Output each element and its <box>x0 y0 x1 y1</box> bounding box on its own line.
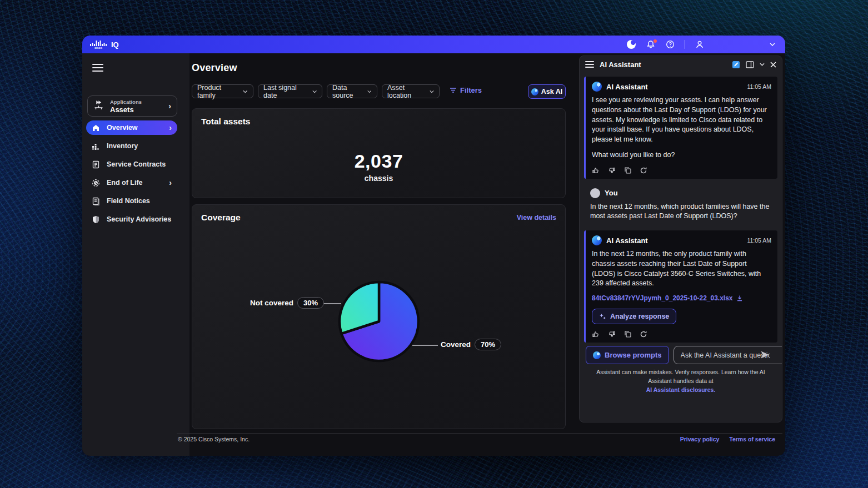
panel-layout-icon[interactable] <box>746 61 754 68</box>
copy-icon[interactable] <box>624 167 631 174</box>
ai-assistant-topbar-icon[interactable] <box>626 39 636 49</box>
analyze-response-button[interactable]: Analyze response <box>592 309 676 324</box>
chevron-down-icon <box>430 90 434 93</box>
filter-label: Product family <box>197 84 239 99</box>
chevron-right-icon: › <box>169 179 172 187</box>
clock-icon <box>92 179 100 187</box>
send-icon[interactable] <box>760 350 770 361</box>
sidebar-item-label: Field Notices <box>107 197 172 205</box>
app-switcher-assets[interactable]: Applications Assets › <box>87 95 177 117</box>
filter-last-signal-date[interactable]: Last signal date <box>258 84 322 98</box>
callout-line <box>412 345 438 346</box>
regenerate-icon[interactable] <box>640 167 647 174</box>
top-bar: cisco IQ <box>82 36 785 53</box>
attachment-link[interactable]: 84tCv83847rYVJpymh_0_2025-10-22_03.xlsx <box>592 294 771 302</box>
footer-divider <box>177 433 782 434</box>
assistant-disclaimer: Assistant can make mistakes. Verify resp… <box>584 368 777 394</box>
disclosures-link[interactable]: AI Assistant disclosures. <box>646 386 716 393</box>
sidebar-menu-icon[interactable] <box>92 64 103 72</box>
help-icon[interactable] <box>665 39 675 49</box>
close-icon[interactable] <box>770 62 776 68</box>
sidebar-item-overview[interactable]: Overview › <box>86 120 177 135</box>
coverage-title: Coverage <box>201 213 241 223</box>
window-caret-icon[interactable] <box>767 39 777 49</box>
browse-prompts-button[interactable]: Browse prompts <box>586 346 669 364</box>
sidebar-item-label: End of Life <box>107 179 162 187</box>
privacy-policy-link[interactable]: Privacy policy <box>680 436 720 442</box>
thumbs-down-icon[interactable] <box>608 330 616 338</box>
assets-app-icon <box>93 100 104 112</box>
cisco-logo: cisco <box>90 40 107 49</box>
sidebar: Applications Assets › Overview › Invento… <box>82 53 189 456</box>
sidebar-item-label: Inventory <box>107 142 172 150</box>
cisco-logo-bars: cisco <box>90 40 107 49</box>
sidebar-item-service-contracts[interactable]: Service Contracts <box>86 157 177 172</box>
message-timestamp: 11:05 AM <box>747 237 771 244</box>
coverage-card: Coverage View details Not covered 30% Co… <box>192 204 566 429</box>
total-assets-unit: chassis <box>192 174 565 183</box>
app-switcher-label: Assets <box>110 105 163 114</box>
panel-caret-icon[interactable] <box>760 63 765 66</box>
filter-label: Asset location <box>387 84 426 99</box>
total-assets-value: 2,037 <box>192 150 565 172</box>
filter-label: Last signal date <box>263 84 308 99</box>
attachment-name: 84tCv83847rYVJpymh_0_2025-10-22_03.xlsx <box>592 294 733 302</box>
thumbs-up-icon[interactable] <box>592 330 600 338</box>
sidebar-item-field-notices[interactable]: Field Notices <box>86 194 177 208</box>
message-sender: You <box>605 189 771 197</box>
inventory-icon <box>92 142 100 150</box>
message-text: In the next 12 months, the only product … <box>592 249 771 289</box>
app-window: cisco IQ <box>82 36 785 456</box>
notifications-bell-icon[interactable] <box>646 39 656 49</box>
topbar-divider <box>685 40 685 49</box>
pie-pct-badge: 70% <box>475 339 501 350</box>
thumbs-up-icon[interactable] <box>592 167 600 174</box>
sidebar-item-label: Overview <box>107 124 162 132</box>
new-chat-icon[interactable] <box>732 61 740 69</box>
pie-label-not-covered: Not covered 30% <box>250 297 324 309</box>
message-timestamp: 11:05 AM <box>747 83 771 90</box>
pie-label-text: Covered <box>441 340 471 349</box>
regenerate-icon[interactable] <box>640 330 647 338</box>
sidebar-item-security-advisories[interactable]: Security Advisories <box>86 212 177 227</box>
chevron-down-icon <box>312 90 317 93</box>
ai-sphere-icon <box>593 351 601 359</box>
browse-prompts-label: Browse prompts <box>605 351 662 359</box>
filter-asset-location[interactable]: Asset location <box>382 84 440 98</box>
chevron-right-icon: › <box>168 102 171 110</box>
svg-text:cisco: cisco <box>94 46 103 49</box>
profile-icon[interactable] <box>695 39 705 49</box>
sidebar-item-label: Service Contracts <box>107 160 172 168</box>
assistant-message: AI Assistant 11:05 AM I see you are revi… <box>584 77 777 179</box>
ai-sparkle-icon <box>599 313 606 320</box>
terms-of-service-link[interactable]: Terms of service <box>729 436 775 442</box>
ai-avatar <box>592 82 602 92</box>
home-icon <box>92 124 100 132</box>
sidebar-item-inventory[interactable]: Inventory <box>86 139 177 153</box>
pie-label-text: Not covered <box>250 299 293 307</box>
assistant-input-row: Browse prompts <box>586 346 775 364</box>
ai-avatar <box>592 235 602 245</box>
ai-sphere-icon <box>627 40 636 49</box>
assistant-menu-icon[interactable] <box>585 61 594 68</box>
copy-icon[interactable] <box>624 330 631 338</box>
filter-lines-icon <box>450 87 457 93</box>
filter-label: Data source <box>332 84 363 99</box>
message-sender: AI Assistant <box>606 83 742 91</box>
message-text: I see you are reviewing your assets. I c… <box>592 95 771 145</box>
ask-ai-button[interactable]: Ask AI <box>528 84 566 99</box>
message-text: What would you like to do? <box>592 150 771 160</box>
sidebar-nav: Overview › Inventory Service Contracts <box>86 120 177 230</box>
chevron-down-icon <box>367 90 372 93</box>
page-title: Overview <box>192 62 237 74</box>
coverage-pie[interactable] <box>330 273 428 370</box>
sidebar-item-end-of-life[interactable]: End of Life › <box>86 175 177 190</box>
filter-data-source[interactable]: Data source <box>327 84 377 98</box>
filter-product-family[interactable]: Product family <box>192 84 253 98</box>
download-icon <box>736 295 743 301</box>
filters-button[interactable]: Filters <box>450 86 482 94</box>
assistant-title: AI Assistant <box>600 61 726 69</box>
view-details-link[interactable]: View details <box>517 214 556 222</box>
footer-links: Privacy policy Terms of service <box>680 436 775 442</box>
thumbs-down-icon[interactable] <box>608 167 616 174</box>
